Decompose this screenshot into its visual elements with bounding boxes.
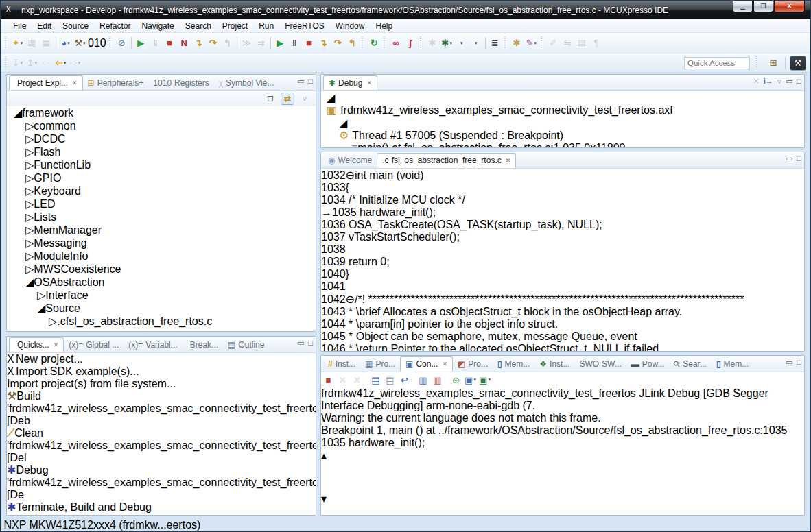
collapsed-expander-icon[interactable]: ▷ xyxy=(25,263,34,275)
terminate-button[interactable]: ■ xyxy=(163,36,177,51)
menu-help[interactable]: Help xyxy=(370,20,398,32)
collapsed-expander-icon[interactable]: ▷ xyxy=(25,237,34,249)
maximize-view-icon[interactable]: □ xyxy=(308,339,313,347)
console-tab-pow[interactable]: ▬Pow... xyxy=(626,356,670,372)
instr-step-over-button[interactable]: ≫ xyxy=(239,36,254,51)
tree-item-fsl-os-abstraction-free-rtos-c[interactable]: ▷.cfsl_os_abstraction_free_rtos.c xyxy=(7,315,316,328)
skip-breakpoints-button[interactable]: ⊘ xyxy=(115,36,129,51)
expanded-expander-icon[interactable]: ◢ xyxy=(37,302,45,314)
minimize-button[interactable]: ▁ xyxy=(733,1,753,12)
dropdown-arrow-icon[interactable]: ▾ xyxy=(83,40,86,46)
minimize-view-icon[interactable]: ▭ xyxy=(297,339,304,347)
collapsed-expander-icon[interactable]: ▷ xyxy=(49,315,57,327)
link-with-editor-icon[interactable]: ⇄ xyxy=(281,93,294,105)
console-tab-sw[interactable]: SWOSW... xyxy=(574,356,626,372)
dropdown-arrow-icon[interactable]: ▾ xyxy=(78,60,81,66)
editor-tab-fsl-os-abstraction-free-rtos-c[interactable]: .cfsl_os_abstraction_free_rtos.c✕ xyxy=(377,153,516,168)
line-number[interactable]: 1037 xyxy=(321,231,346,243)
quickstart-tab-global[interactable]: (x)=Global ... xyxy=(64,337,124,352)
explorer-tab-project-expl[interactable]: Project Expl...✕ xyxy=(9,75,83,90)
debug-tab-debug[interactable]: ✱Debug✕ xyxy=(323,75,377,90)
collapsed-expander-icon[interactable]: ▷ xyxy=(25,198,34,210)
tab-close-icon[interactable]: ✕ xyxy=(72,80,78,86)
pilcrow-button[interactable]: ¶ xyxy=(589,36,604,51)
line-number[interactable]: 1042 xyxy=(321,293,346,305)
quickstart-link[interactable]: Import project(s) from file system... xyxy=(7,378,176,389)
remove-terminated-icon[interactable]: ✕ xyxy=(753,77,760,85)
quickstart-link[interactable]: Import SDK example(s)... xyxy=(16,365,139,377)
menu-search[interactable]: Search xyxy=(180,20,217,32)
dropdown-arrow-icon[interactable]: ▾ xyxy=(475,40,478,46)
reset-button[interactable]: N xyxy=(177,36,191,51)
collapsed-expander-icon[interactable]: ▷ xyxy=(25,159,34,171)
boot-button[interactable]: ʃ xyxy=(403,36,418,51)
quickstart-tab-quicks[interactable]: Quicks...✕ xyxy=(9,337,64,352)
view-menu-icon[interactable]: ▽ xyxy=(777,79,781,84)
project-tree[interactable]: ◢framework▷common▷DCDC▷Flash▷FunctionLib… xyxy=(7,106,316,328)
build-button[interactable]: ⚒▾ xyxy=(73,36,87,51)
resume-button[interactable]: ▶ xyxy=(134,36,148,51)
tree-item-framework[interactable]: ◢framework xyxy=(7,106,316,119)
collapsed-expander-icon[interactable]: ▷ xyxy=(25,146,34,158)
quickstart-item-terminate-build[interactable]: ✱Terminate, Build and Debug 'frdmkw41z_w… xyxy=(7,501,316,516)
tree-item-led[interactable]: ▷LED xyxy=(7,197,316,210)
quickstart-link[interactable]: Build 'frdmkw41z_wireless_examples_smac_… xyxy=(7,390,316,426)
scroll-lock-button[interactable]: ▤ xyxy=(383,372,397,387)
tree-item-dcdc[interactable]: ▷DCDC xyxy=(7,132,316,145)
fold-minus-icon[interactable]: ⊖ xyxy=(346,169,355,181)
step-return-button[interactable]: ↰ xyxy=(220,36,235,51)
new-wizard-button[interactable]: ✦▾ xyxy=(10,36,25,51)
dropdown-arrow-icon[interactable]: ▾ xyxy=(64,60,67,66)
collapsed-expander-icon[interactable]: ▷ xyxy=(25,224,34,236)
save-button[interactable]: ▦ xyxy=(25,36,39,51)
remove-button[interactable]: ✕ xyxy=(350,372,364,387)
debug-last-button[interactable]: ✱ xyxy=(425,36,440,51)
console-tab-pro[interactable]: ◩Pro... xyxy=(453,356,493,372)
quickstart-tab-variabl[interactable]: (x)=Variabl... xyxy=(124,337,182,352)
console-tab-pro[interactable]: ▦Pro... xyxy=(360,356,400,372)
code-area[interactable]: 1032⊖int main (void)1033{1034 /* Initial… xyxy=(321,169,804,352)
step-return-all-button[interactable]: ↰ xyxy=(345,36,360,51)
line-number[interactable]: 1033 xyxy=(321,182,346,193)
console-output[interactable]: Warning: the current language does not m… xyxy=(321,412,804,449)
menu-file[interactable]: File xyxy=(8,20,32,32)
debug-row-content[interactable]: ⚙Thread #1 57005 (Suspended : Breakpoint… xyxy=(339,130,804,142)
terminate-button[interactable]: ■ xyxy=(321,372,336,387)
reset-target-button[interactable]: ↻ xyxy=(367,36,381,51)
dropdown-arrow-icon[interactable]: ▾ xyxy=(488,377,491,383)
fold-minus-icon[interactable]: ⊖ xyxy=(346,293,355,305)
expanded-expander-icon[interactable]: ◢ xyxy=(25,276,34,288)
resume-all-button[interactable]: ▶ xyxy=(273,36,287,51)
quickstart-item-import-project-s[interactable]: Import project(s) from file system... xyxy=(7,378,316,390)
quickstart-item-import-sdk[interactable]: XImport SDK example(s)... xyxy=(7,365,316,378)
line-number[interactable]: 1046 xyxy=(321,343,346,352)
minimize-view-icon[interactable]: ▭ xyxy=(786,77,792,85)
stdout-lock-button[interactable]: ▥ xyxy=(416,372,430,387)
device-link[interactable]: MKW41Z512xxx4 xyxy=(30,519,116,531)
collapsed-expander-icon[interactable]: ▷ xyxy=(25,172,34,184)
view-menu-icon[interactable]: ▽ xyxy=(298,93,312,105)
debug-row-main-at-fsl-os-abstrac[interactable]: ≡main() at fsl_os_abstraction_free_rtos.… xyxy=(321,142,804,148)
tree-item-osabstraction[interactable]: ◢OSAbstraction xyxy=(7,276,316,289)
back-disabled-button[interactable]: ⇦ xyxy=(39,56,54,71)
menu-navigate[interactable]: Navigate xyxy=(136,20,179,32)
debug-config-button[interactable]: ✱▾ xyxy=(440,36,454,51)
console-vscrollbar[interactable]: ▴ ▾ xyxy=(321,449,804,505)
console-tab-mem[interactable]: ▯Mem... xyxy=(493,356,534,372)
menu-edit[interactable]: Edit xyxy=(32,20,57,32)
explorer-tab-peripherals[interactable]: ⊞Peripherals+ xyxy=(83,75,149,90)
console-tab-con[interactable]: ▣Con...✕ xyxy=(400,356,453,372)
scroll-left-icon[interactable]: ◂ xyxy=(7,328,12,332)
project-explorer-hscrollbar[interactable]: ◂ ▸ xyxy=(7,328,316,332)
tree-item-common[interactable]: ▷common xyxy=(7,119,316,132)
expanded-expander-icon[interactable]: ◢ xyxy=(327,92,335,104)
tree-item-functionlib[interactable]: ▷FunctionLib xyxy=(7,158,316,171)
console-tab-inst[interactable]: ❖Inst... xyxy=(534,356,574,372)
expanded-expander-icon[interactable]: ◢ xyxy=(14,107,22,119)
explorer-tab-registers[interactable]: 1010Registers xyxy=(148,75,213,90)
link-icon-button[interactable]: ∞ xyxy=(389,36,403,51)
compare-button[interactable]: ⇋ xyxy=(561,36,575,51)
quickstart-link[interactable]: New project... xyxy=(16,353,83,365)
explorer-tab-symbol-vie[interactable]: χSymbol Vie... xyxy=(214,75,279,90)
collapsed-expander-icon[interactable]: ▷ xyxy=(25,133,34,145)
